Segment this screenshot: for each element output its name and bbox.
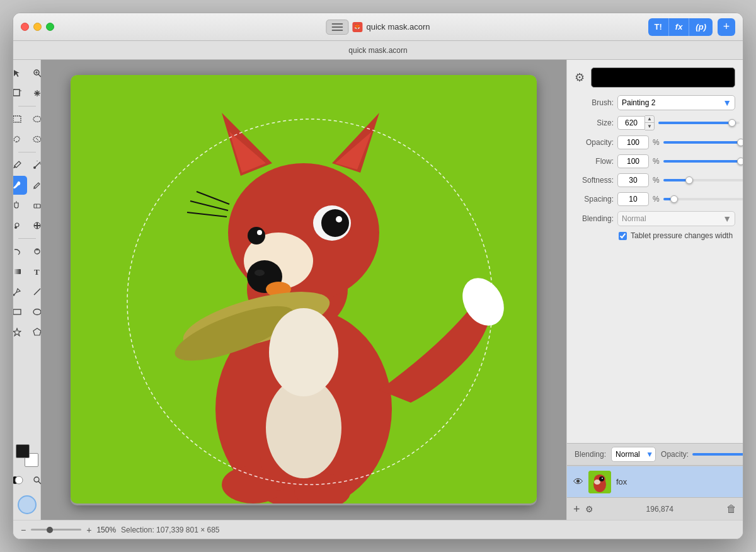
spacing-row: Spacing: % — [575, 192, 735, 206]
svg-point-50 — [248, 227, 265, 244]
svg-rect-15 — [34, 204, 40, 208]
layer-item[interactable]: 👁 fox — [567, 466, 743, 497]
softness-slider[interactable] — [663, 179, 743, 181]
opacity-slider-wrap: Opacity: 100% — [661, 450, 743, 459]
layer-visibility-icon[interactable]: 👁 — [573, 476, 583, 488]
spacing-slider[interactable] — [663, 198, 743, 200]
fx-button[interactable]: fx — [669, 18, 690, 36]
add-panel-button[interactable]: + — [718, 18, 735, 36]
paint-bucket-tool[interactable] — [13, 196, 27, 215]
softness-row: Softness: % — [575, 173, 735, 187]
color-swatches[interactable] — [16, 444, 38, 467]
pen-tool[interactable] — [13, 282, 27, 301]
svg-point-68 — [602, 478, 603, 479]
flow-unit: % — [653, 157, 660, 166]
text-button[interactable]: T! — [648, 18, 669, 36]
tablet-checkbox[interactable] — [619, 232, 627, 240]
add-layer-button[interactable]: + — [573, 503, 580, 515]
size-input[interactable] — [617, 116, 645, 130]
opacity-slider[interactable] — [663, 141, 743, 144]
svg-rect-8 — [13, 116, 21, 122]
titlebar-right: T! fx (p) + — [648, 18, 735, 36]
svg-line-11 — [35, 162, 40, 167]
flow-row: Flow: % — [575, 154, 735, 168]
svg-rect-1 — [331, 26, 343, 28]
flow-slider[interactable] — [663, 160, 743, 163]
size-slider[interactable] — [658, 122, 740, 124]
arrow-tool[interactable] — [13, 64, 27, 83]
svg-rect-2 — [331, 30, 343, 31]
layer-name: fox — [616, 477, 736, 486]
svg-point-49 — [336, 216, 342, 222]
blending-select[interactable]: Normal Multiply Screen Overlay — [617, 211, 735, 226]
bb-opacity-slider[interactable] — [692, 453, 743, 456]
opacity-unit: % — [653, 138, 660, 147]
eyedropper-tool[interactable] — [13, 156, 27, 175]
zoom-out-button[interactable]: − — [21, 525, 26, 535]
tabbar-title: quick mask.acorn — [348, 46, 407, 55]
tool-separator-3 — [18, 238, 36, 239]
svg-point-30 — [15, 476, 23, 484]
size-up-button[interactable]: ▲ — [645, 116, 654, 123]
brush-preview-circle — [18, 495, 37, 514]
gradient-tool[interactable] — [13, 262, 27, 281]
canvas-wrapper — [71, 75, 537, 505]
crop-tool[interactable] — [13, 84, 27, 103]
flow-input[interactable] — [617, 154, 649, 168]
tablet-checkbox-row: Tablet pressure changes width — [575, 231, 735, 240]
toolbar-button-group: T! fx (p) — [648, 18, 713, 36]
layer-settings-button[interactable]: ⚙ — [585, 505, 593, 514]
zoom-in-button[interactable]: + — [86, 525, 91, 535]
rect-select-tool[interactable] — [13, 110, 27, 129]
brush-panel: ⚙ Brush: Painting 2 Painting 1 Soft Brus… — [567, 60, 743, 443]
star-shape-tool[interactable] — [13, 323, 27, 342]
brush-select-wrapper: Painting 2 Painting 1 Soft Brush ▼ — [617, 95, 735, 110]
zoom-slider[interactable] — [31, 529, 81, 531]
brush-header: ⚙ — [575, 67, 735, 88]
svg-point-48 — [324, 212, 346, 234]
traffic-lights — [21, 23, 54, 31]
brush-preview — [16, 493, 38, 516]
bb-blending-select[interactable]: Normal Multiply Screen — [611, 447, 656, 462]
main-content: T — [13, 60, 743, 520]
app-window: 🦊 quick mask.acorn T! fx (p) + quick mas… — [13, 13, 743, 539]
delete-layer-button[interactable]: 🗑 — [726, 503, 736, 515]
zoom-percentage: 150% — [96, 526, 116, 534]
color-swatch-large[interactable] — [591, 67, 735, 88]
svg-text:T: T — [34, 267, 40, 276]
flow-label: Flow: — [575, 157, 614, 166]
close-button[interactable] — [21, 23, 29, 31]
layer-thumbnail — [588, 471, 611, 493]
rect-shape-tool[interactable] — [13, 302, 27, 321]
clone-stamp-tool[interactable] — [13, 216, 27, 235]
left-toolbar: T — [13, 60, 41, 520]
svg-line-4 — [38, 74, 41, 77]
gear-icon[interactable]: ⚙ — [575, 71, 585, 84]
spacing-input[interactable] — [617, 192, 649, 206]
opacity-label: Opacity: — [575, 138, 614, 147]
size-row: Size: ▲ ▼ — [575, 115, 735, 130]
smudge-tool[interactable] — [13, 242, 27, 261]
sidebar-toggle-button[interactable] — [326, 20, 348, 35]
layers-panel: 👁 fox — [567, 466, 743, 497]
quick-mask-mode[interactable] — [13, 471, 27, 490]
paint-brush-tool[interactable] — [13, 176, 27, 195]
svg-point-67 — [599, 476, 604, 481]
opacity-input[interactable] — [617, 135, 649, 149]
lasso-tool[interactable] — [13, 130, 27, 149]
opacity-row: Opacity: % — [575, 135, 735, 149]
statusbar: − + 150% Selection: 107,339 801 × 685 — [13, 520, 743, 539]
tab-title: quick mask.acorn — [366, 22, 430, 32]
foreground-color-swatch[interactable] — [16, 444, 30, 458]
brush-select[interactable]: Painting 2 Painting 1 Soft Brush — [617, 95, 735, 110]
canvas-area[interactable] — [41, 60, 566, 520]
softness-input[interactable] — [617, 173, 649, 187]
titlebar-center: 🦊 quick mask.acorn — [326, 20, 430, 35]
size-down-button[interactable]: ▼ — [645, 123, 654, 130]
tab-file-icon: 🦊 — [352, 22, 362, 32]
svg-point-9 — [33, 117, 41, 122]
maximize-button[interactable] — [46, 23, 54, 31]
p-button[interactable]: (p) — [689, 18, 713, 36]
minimize-button[interactable] — [33, 23, 42, 31]
bottom-blending-bar: Blending: Normal Multiply Screen ▼ Opaci… — [567, 443, 743, 466]
